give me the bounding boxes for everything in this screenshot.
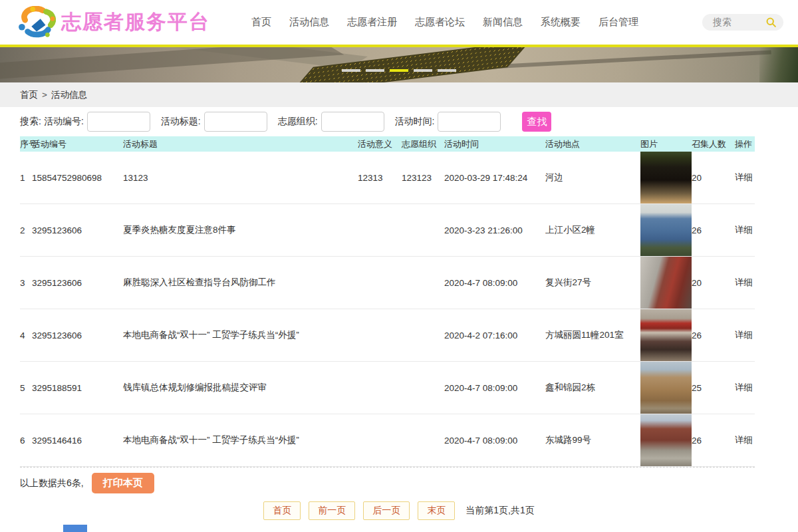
cell-time: 2020-4-7 08:09:00 — [444, 362, 545, 414]
main-nav: 首页活动信息志愿者注册志愿者论坛新闻信息系统概要后台管理 — [251, 16, 656, 29]
cell-meaning — [358, 414, 402, 467]
cell-action: 详细 — [735, 362, 755, 414]
cell-org — [402, 309, 444, 362]
cell-meaning — [358, 362, 402, 414]
filter-bar: 搜索: 活动编号:活动标题:志愿组织:活动时间: 查找 — [0, 107, 798, 136]
cell-org — [402, 362, 444, 414]
brand[interactable]: 志愿者服务平台 — [17, 6, 210, 39]
breadcrumb-home[interactable]: 首页 — [20, 89, 38, 101]
carousel-dash[interactable] — [366, 69, 384, 72]
cell-image — [640, 204, 692, 257]
page-btn-prev[interactable]: 前一页 — [309, 501, 355, 520]
dark-bonsai-photo — [640, 152, 692, 203]
page-btn-first[interactable]: 首页 — [263, 501, 301, 520]
cell-seq: 4 — [20, 309, 32, 362]
pagination-status: 当前第1页,共1页 — [466, 505, 534, 517]
header-search[interactable]: 搜索 — [702, 14, 783, 31]
carousel-dash[interactable] — [438, 69, 456, 72]
cell-seq: 5 — [20, 362, 32, 414]
breadcrumb: 首页 > 活动信息 — [0, 82, 798, 107]
cell-org — [402, 414, 444, 467]
detail-link[interactable]: 详细 — [735, 435, 753, 445]
cell-seq: 2 — [20, 204, 32, 257]
column-header-meaning: 活动意义 — [358, 136, 402, 152]
search-submit-button[interactable]: 查找 — [522, 112, 551, 132]
print-page-button[interactable]: 打印本页 — [92, 473, 154, 493]
cell-meaning — [358, 204, 402, 257]
header-search-placeholder: 搜索 — [713, 17, 765, 29]
filter-field-activity-time: 活动时间: — [395, 112, 501, 132]
nav-item-volunteer-register[interactable]: 志愿者注册 — [347, 16, 397, 29]
column-header-image: 图片 — [640, 136, 692, 152]
cell-time: 2020-4-2 07:16:00 — [444, 309, 545, 362]
detail-link[interactable]: 详细 — [735, 330, 753, 340]
table-header-row: 序号活动编号活动标题活动意义志愿组织活动时间活动地点图片召集人数操作 — [20, 136, 755, 152]
cell-code: 3295123606 — [32, 257, 123, 309]
cell-title: 13123 — [123, 152, 358, 204]
filter-label-activity-time: 活动时间: — [395, 116, 435, 128]
cell-title: 本地电商备战“双十一” 工贸学子练兵当“外援” — [123, 414, 358, 467]
nav-item-activities[interactable]: 活动信息 — [289, 16, 329, 29]
cell-place: 河边 — [545, 152, 640, 204]
nav-item-volunteer-forum[interactable]: 志愿者论坛 — [415, 16, 465, 29]
filter-field-activity-title: 活动标题: — [161, 112, 267, 132]
filter-input-activity-code[interactable] — [87, 112, 150, 132]
detail-link[interactable]: 详细 — [735, 382, 753, 392]
carousel-dash[interactable] — [390, 69, 408, 72]
page-btn-last[interactable]: 末页 — [418, 501, 455, 520]
filter-input-volunteer-org[interactable] — [321, 112, 384, 132]
carousel-dash[interactable] — [342, 69, 360, 72]
nav-item-home[interactable]: 首页 — [251, 16, 271, 29]
cell-action: 详细 — [735, 257, 755, 309]
cell-code: 3295123606 — [32, 309, 123, 362]
nav-item-news[interactable]: 新闻信息 — [483, 16, 523, 29]
detail-link[interactable]: 详细 — [735, 277, 753, 287]
cell-people: 20 — [692, 257, 735, 309]
table-body: 11585475298069813123123131231232020-03-2… — [20, 152, 755, 467]
column-header-place: 活动地点 — [545, 136, 640, 152]
cell-time: 2020-03-29 17:48:24 — [444, 152, 545, 204]
table-row: 23295123606夏季炎热糖友度夏注意8件事2020-3-23 21:26:… — [20, 204, 755, 257]
detail-link[interactable]: 详细 — [735, 225, 753, 235]
column-header-code: 活动编号 — [32, 136, 123, 152]
cell-meaning — [358, 309, 402, 362]
brand-title: 志愿者服务平台 — [61, 9, 210, 36]
brick-building-person-photo — [640, 414, 692, 466]
cell-time: 2020-3-23 21:26:00 — [444, 204, 545, 257]
filter-fields: 活动编号:活动标题:志愿组织:活动时间: — [44, 112, 512, 132]
column-header-time: 活动时间 — [444, 136, 545, 152]
cell-org — [402, 257, 444, 309]
table-row: 43295123606本地电商备战“双十一” 工贸学子练兵当“外援”2020-4… — [20, 309, 755, 362]
carousel-dash[interactable] — [414, 69, 432, 72]
cell-code: 3295146416 — [32, 414, 123, 467]
detail-link[interactable]: 详细 — [735, 172, 753, 182]
cell-meaning: 12313 — [358, 152, 402, 204]
cell-seq: 3 — [20, 257, 32, 309]
cell-org — [402, 204, 444, 257]
cell-image — [640, 414, 692, 467]
cell-place: 复兴街27号 — [545, 257, 640, 309]
cell-seq: 1 — [20, 152, 32, 204]
nav-item-admin[interactable]: 后台管理 — [598, 16, 638, 29]
cell-place: 鑫和锦园2栋 — [545, 362, 640, 414]
activity-table: 序号活动编号活动标题活动意义志愿组织活动时间活动地点图片召集人数操作 11585… — [20, 136, 755, 467]
page-btn-next[interactable]: 后一页 — [363, 501, 410, 520]
carousel-indicators — [342, 69, 456, 72]
summary-text: 以上数据共6条, — [20, 477, 84, 489]
filter-input-activity-time[interactable] — [438, 112, 501, 132]
cell-title: 夏季炎热糖友度夏注意8件事 — [123, 204, 358, 257]
filter-label-activity-title: 活动标题: — [161, 116, 201, 128]
cell-place: 东城路99号 — [545, 414, 640, 467]
column-header-action: 操作 — [735, 136, 755, 152]
table-row: 11585475298069813123123131231232020-03-2… — [20, 152, 755, 204]
cell-action: 详细 — [735, 152, 755, 204]
cell-action: 详细 — [735, 204, 755, 257]
nav-item-system-overview[interactable]: 系统概要 — [541, 16, 581, 29]
search-icon[interactable] — [765, 17, 777, 28]
filter-input-activity-title[interactable] — [204, 112, 267, 132]
cell-image — [640, 362, 692, 414]
cell-action: 详细 — [735, 309, 755, 362]
cell-time: 2020-4-7 08:09:00 — [444, 257, 545, 309]
blue-building-photo — [640, 204, 692, 256]
cell-seq: 6 — [20, 414, 32, 467]
